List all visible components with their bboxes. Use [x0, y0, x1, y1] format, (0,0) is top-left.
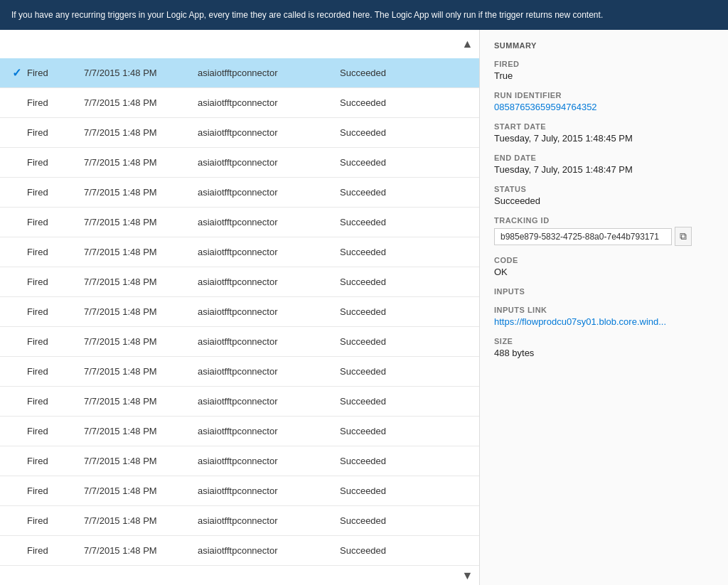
- table-row[interactable]: Fired7/7/2015 1:48 PMasiaiotfftpconnecto…: [0, 118, 479, 148]
- table-row[interactable]: Fired7/7/2015 1:48 PMasiaiotfftpconnecto…: [0, 536, 479, 566]
- main-content: ▲ ✓Fired7/7/2015 1:48 PMasiaiotfftpconne…: [0, 30, 728, 585]
- start-date-value: Tuesday, 7 July, 2015 1:48:45 PM: [494, 133, 714, 144]
- table-row[interactable]: Fired7/7/2015 1:48 PMasiaiotfftpconnecto…: [0, 267, 479, 297]
- row-result: Succeeded: [340, 336, 425, 347]
- row-connector: asiaiotfftpconnector: [198, 277, 340, 287]
- row-status: Fired: [27, 396, 84, 407]
- row-datetime: 7/7/2015 1:48 PM: [84, 515, 198, 526]
- table-row[interactable]: Fired7/7/2015 1:48 PMasiaiotfftpconnecto…: [0, 297, 479, 327]
- table-row[interactable]: Fired7/7/2015 1:48 PMasiaiotfftpconnecto…: [0, 148, 479, 178]
- status-label: STATUS: [494, 185, 714, 193]
- table-row[interactable]: ✓Fired7/7/2015 1:48 PMasiaiotfftpconnect…: [0, 58, 479, 88]
- fired-label: FIRED: [494, 60, 714, 68]
- inputs-link-value[interactable]: https://flowprodcu07sy01.blob.core.wind.…: [494, 316, 666, 327]
- summary-title: SUMMARY: [494, 41, 714, 50]
- row-status: Fired: [27, 68, 84, 78]
- scroll-up-button[interactable]: ▲: [459, 38, 476, 50]
- row-connector: asiaiotfftpconnector: [198, 485, 340, 496]
- row-datetime: 7/7/2015 1:48 PM: [84, 456, 198, 466]
- tracking-id-label: TRACKING ID: [494, 216, 714, 225]
- trigger-list[interactable]: ✓Fired7/7/2015 1:48 PMasiaiotfftpconnect…: [0, 58, 479, 567]
- table-row[interactable]: Fired7/7/2015 1:48 PMasiaiotfftpconnecto…: [0, 178, 479, 208]
- row-result: Succeeded: [340, 68, 425, 78]
- row-result: Succeeded: [340, 157, 425, 168]
- row-connector: asiaiotfftpconnector: [198, 306, 340, 317]
- row-status: Fired: [27, 277, 84, 287]
- row-result: Succeeded: [340, 426, 425, 436]
- status-section: STATUS Succeeded: [494, 185, 714, 206]
- row-connector: asiaiotfftpconnector: [198, 366, 340, 377]
- table-row[interactable]: Fired7/7/2015 1:48 PMasiaiotfftpconnecto…: [0, 327, 479, 357]
- table-row[interactable]: Fired7/7/2015 1:48 PMasiaiotfftpconnecto…: [0, 417, 479, 446]
- row-status: Fired: [27, 157, 84, 168]
- code-label: CODE: [494, 256, 714, 264]
- table-row[interactable]: Fired7/7/2015 1:48 PMasiaiotfftpconnecto…: [0, 446, 479, 476]
- table-row[interactable]: Fired7/7/2015 1:48 PMasiaiotfftpconnecto…: [0, 237, 479, 267]
- row-result: Succeeded: [340, 456, 425, 466]
- row-datetime: 7/7/2015 1:48 PM: [84, 247, 198, 257]
- row-connector: asiaiotfftpconnector: [198, 127, 340, 138]
- row-connector: asiaiotfftpconnector: [198, 157, 340, 168]
- row-connector: asiaiotfftpconnector: [198, 247, 340, 257]
- row-connector: asiaiotfftpconnector: [198, 456, 340, 466]
- table-row[interactable]: Fired7/7/2015 1:48 PMasiaiotfftpconnecto…: [0, 387, 479, 417]
- row-result: Succeeded: [340, 396, 425, 407]
- row-result: Succeeded: [340, 127, 425, 138]
- checkmark-icon: ✓: [12, 66, 21, 80]
- run-identifier-label: RUN IDENTIFIER: [494, 91, 714, 100]
- row-status: Fired: [27, 366, 84, 377]
- row-status: Fired: [27, 127, 84, 138]
- row-result: Succeeded: [340, 485, 425, 496]
- row-connector: asiaiotfftpconnector: [198, 426, 340, 436]
- row-datetime: 7/7/2015 1:48 PM: [84, 277, 198, 287]
- row-result: Succeeded: [340, 277, 425, 287]
- start-date-section: START DATE Tuesday, 7 July, 2015 1:48:45…: [494, 122, 714, 144]
- table-row[interactable]: Fired7/7/2015 1:48 PMasiaiotfftpconnecto…: [0, 208, 479, 237]
- left-panel: ▲ ✓Fired7/7/2015 1:48 PMasiaiotfftpconne…: [0, 30, 480, 585]
- copy-tracking-id-button[interactable]: ⧉: [675, 227, 692, 246]
- row-datetime: 7/7/2015 1:48 PM: [84, 396, 198, 407]
- tracking-id-row: ⧉: [494, 227, 714, 246]
- row-connector: asiaiotfftpconnector: [198, 336, 340, 347]
- tracking-id-section: TRACKING ID ⧉: [494, 216, 714, 246]
- inputs-label: INPUTS: [494, 287, 714, 296]
- row-result: Succeeded: [340, 545, 425, 556]
- row-result: Succeeded: [340, 217, 425, 227]
- row-datetime: 7/7/2015 1:48 PM: [84, 157, 198, 168]
- run-identifier-section: RUN IDENTIFIER 08587653659594764352: [494, 91, 714, 112]
- row-status: Fired: [27, 485, 84, 496]
- code-value: OK: [494, 267, 714, 277]
- row-datetime: 7/7/2015 1:48 PM: [84, 217, 198, 227]
- end-date-section: END DATE Tuesday, 7 July, 2015 1:48:47 P…: [494, 154, 714, 175]
- end-date-label: END DATE: [494, 154, 714, 162]
- row-result: Succeeded: [340, 247, 425, 257]
- row-datetime: 7/7/2015 1:48 PM: [84, 336, 198, 347]
- row-status: Fired: [27, 97, 84, 108]
- tracking-id-input[interactable]: [494, 228, 672, 245]
- row-status: Fired: [27, 217, 84, 227]
- right-panel: SUMMARY FIRED True RUN IDENTIFIER 085876…: [480, 30, 728, 585]
- scroll-down-button[interactable]: ▼: [459, 569, 476, 582]
- run-identifier-value[interactable]: 08587653659594764352: [494, 102, 714, 112]
- row-connector: asiaiotfftpconnector: [198, 396, 340, 407]
- row-connector: asiaiotfftpconnector: [198, 515, 340, 526]
- row-status: Fired: [27, 247, 84, 257]
- table-row[interactable]: Fired7/7/2015 1:48 PMasiaiotfftpconnecto…: [0, 357, 479, 387]
- table-row[interactable]: Fired7/7/2015 1:48 PMasiaiotfftpconnecto…: [0, 88, 479, 118]
- row-connector: asiaiotfftpconnector: [198, 97, 340, 108]
- size-label: SIZE: [494, 337, 714, 345]
- chevron-up-icon: ▲: [462, 38, 473, 50]
- row-status: Fired: [27, 456, 84, 466]
- copy-icon: ⧉: [680, 230, 687, 242]
- code-section: CODE OK: [494, 256, 714, 277]
- row-datetime: 7/7/2015 1:48 PM: [84, 426, 198, 436]
- table-row[interactable]: Fired7/7/2015 1:48 PMasiaiotfftpconnecto…: [0, 476, 479, 506]
- row-result: Succeeded: [340, 515, 425, 526]
- row-datetime: 7/7/2015 1:48 PM: [84, 545, 198, 556]
- row-status: Fired: [27, 187, 84, 198]
- fired-value: True: [494, 70, 714, 81]
- table-row[interactable]: Fired7/7/2015 1:48 PMasiaiotfftpconnecto…: [0, 506, 479, 536]
- inputs-section: INPUTS: [494, 287, 714, 296]
- row-connector: asiaiotfftpconnector: [198, 217, 340, 227]
- row-check-cell: ✓: [6, 66, 27, 80]
